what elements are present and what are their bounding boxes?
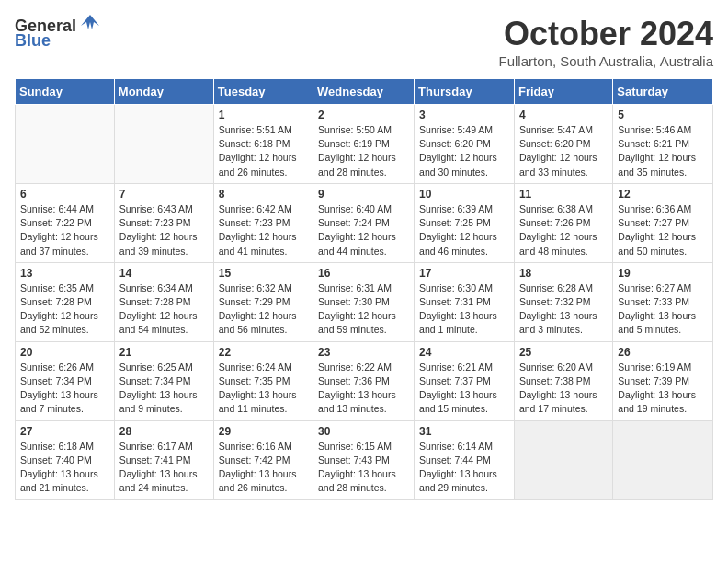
calendar-day-cell: 6Sunrise: 6:44 AMSunset: 7:22 PMDaylight… (16, 183, 115, 262)
calendar-day-cell: 26Sunrise: 6:19 AMSunset: 7:39 PMDayligh… (613, 341, 713, 420)
calendar-day-header: Thursday (415, 79, 515, 105)
calendar-day-cell: 1Sunrise: 5:51 AMSunset: 6:18 PMDaylight… (213, 105, 313, 184)
day-number: 31 (419, 425, 509, 438)
day-info: Sunrise: 6:38 AMSunset: 7:26 PMDaylight:… (519, 202, 608, 259)
svg-marker-0 (81, 15, 99, 29)
calendar-day-cell: 5Sunrise: 5:46 AMSunset: 6:21 PMDaylight… (613, 105, 713, 184)
day-number: 29 (219, 425, 308, 438)
day-info: Sunrise: 6:31 AMSunset: 7:30 PMDaylight:… (318, 282, 409, 338)
day-number: 1 (219, 109, 308, 121)
day-number: 13 (20, 267, 109, 280)
month-title: October 2024 (499, 15, 713, 53)
calendar-week-row: 27Sunrise: 6:18 AMSunset: 7:40 PMDayligh… (16, 420, 713, 500)
day-number: 4 (519, 109, 608, 121)
calendar-day-cell: 9Sunrise: 6:40 AMSunset: 7:24 PMDaylight… (313, 183, 415, 262)
calendar-day-cell (16, 105, 115, 184)
calendar-day-cell: 25Sunrise: 6:20 AMSunset: 7:38 PMDayligh… (514, 341, 612, 420)
day-info: Sunrise: 6:43 AMSunset: 7:23 PMDaylight:… (119, 202, 209, 259)
day-info: Sunrise: 6:15 AMSunset: 7:43 PMDaylight:… (318, 440, 409, 496)
day-number: 26 (618, 346, 708, 359)
day-number: 9 (318, 188, 409, 201)
calendar-day-cell: 7Sunrise: 6:43 AMSunset: 7:23 PMDaylight… (114, 183, 213, 262)
title-section: October 2024 Fullarton, South Australia,… (499, 15, 713, 69)
day-number: 20 (20, 346, 109, 359)
calendar-day-cell: 28Sunrise: 6:17 AMSunset: 7:41 PMDayligh… (114, 420, 213, 500)
calendar-week-row: 6Sunrise: 6:44 AMSunset: 7:22 PMDaylight… (16, 183, 713, 262)
day-number: 21 (119, 346, 209, 359)
calendar-day-header: Monday (114, 79, 213, 105)
calendar-day-cell: 11Sunrise: 6:38 AMSunset: 7:26 PMDayligh… (514, 183, 612, 262)
calendar-week-row: 1Sunrise: 5:51 AMSunset: 6:18 PMDaylight… (16, 105, 713, 184)
calendar-day-header: Sunday (16, 79, 115, 105)
logo-blue-text: Blue (15, 31, 51, 51)
day-info: Sunrise: 6:22 AMSunset: 7:36 PMDaylight:… (318, 361, 409, 417)
calendar-day-cell (114, 105, 213, 184)
day-info: Sunrise: 5:46 AMSunset: 6:21 PMDaylight:… (618, 123, 708, 179)
day-info: Sunrise: 6:39 AMSunset: 7:25 PMDaylight:… (419, 202, 509, 259)
calendar-day-cell: 14Sunrise: 6:34 AMSunset: 7:28 PMDayligh… (114, 262, 213, 341)
calendar-day-cell: 29Sunrise: 6:16 AMSunset: 7:42 PMDayligh… (213, 420, 313, 500)
logo: General Blue (15, 15, 103, 51)
day-info: Sunrise: 6:42 AMSunset: 7:23 PMDaylight:… (219, 202, 308, 259)
calendar-day-cell: 4Sunrise: 5:47 AMSunset: 6:20 PMDaylight… (514, 105, 612, 184)
day-info: Sunrise: 5:50 AMSunset: 6:19 PMDaylight:… (318, 123, 409, 179)
calendar-day-cell (613, 420, 713, 500)
calendar-day-cell: 8Sunrise: 6:42 AMSunset: 7:23 PMDaylight… (213, 183, 313, 262)
day-info: Sunrise: 6:35 AMSunset: 7:28 PMDaylight:… (20, 282, 109, 338)
day-number: 22 (219, 346, 308, 359)
day-info: Sunrise: 6:19 AMSunset: 7:39 PMDaylight:… (618, 361, 708, 417)
day-number: 3 (419, 109, 509, 121)
calendar-day-cell: 10Sunrise: 6:39 AMSunset: 7:25 PMDayligh… (415, 183, 515, 262)
day-info: Sunrise: 6:21 AMSunset: 7:37 PMDaylight:… (419, 361, 509, 417)
location-subtitle: Fullarton, South Australia, Australia (499, 53, 713, 69)
calendar-day-cell: 16Sunrise: 6:31 AMSunset: 7:30 PMDayligh… (313, 262, 415, 341)
day-number: 16 (318, 267, 409, 280)
calendar-day-header: Wednesday (313, 79, 415, 105)
day-info: Sunrise: 6:20 AMSunset: 7:38 PMDaylight:… (519, 361, 608, 417)
day-info: Sunrise: 6:14 AMSunset: 7:44 PMDaylight:… (419, 440, 509, 496)
calendar-day-cell: 2Sunrise: 5:50 AMSunset: 6:19 PMDaylight… (313, 105, 415, 184)
calendar-header-row: SundayMondayTuesdayWednesdayThursdayFrid… (16, 79, 713, 105)
calendar-day-header: Tuesday (213, 79, 313, 105)
day-number: 14 (119, 267, 209, 280)
day-info: Sunrise: 6:26 AMSunset: 7:34 PMDaylight:… (20, 361, 109, 417)
day-number: 10 (419, 188, 509, 201)
day-info: Sunrise: 6:25 AMSunset: 7:34 PMDaylight:… (119, 361, 209, 417)
day-info: Sunrise: 6:18 AMSunset: 7:40 PMDaylight:… (20, 440, 109, 496)
day-number: 15 (219, 267, 308, 280)
calendar-day-cell (514, 420, 612, 500)
calendar-day-cell: 15Sunrise: 6:32 AMSunset: 7:29 PMDayligh… (213, 262, 313, 341)
calendar-day-cell: 27Sunrise: 6:18 AMSunset: 7:40 PMDayligh… (16, 420, 115, 500)
day-number: 23 (318, 346, 409, 359)
day-number: 30 (318, 425, 409, 438)
day-number: 25 (519, 346, 608, 359)
calendar-day-cell: 20Sunrise: 6:26 AMSunset: 7:34 PMDayligh… (16, 341, 115, 420)
day-info: Sunrise: 6:40 AMSunset: 7:24 PMDaylight:… (318, 202, 409, 259)
day-number: 27 (20, 425, 109, 438)
day-number: 7 (119, 188, 209, 201)
calendar-day-cell: 3Sunrise: 5:49 AMSunset: 6:20 PMDaylight… (415, 105, 515, 184)
day-number: 11 (519, 188, 608, 201)
day-info: Sunrise: 6:28 AMSunset: 7:32 PMDaylight:… (519, 282, 608, 338)
calendar-week-row: 20Sunrise: 6:26 AMSunset: 7:34 PMDayligh… (16, 341, 713, 420)
day-info: Sunrise: 6:36 AMSunset: 7:27 PMDaylight:… (618, 202, 708, 259)
day-number: 28 (119, 425, 209, 438)
day-number: 19 (618, 267, 708, 280)
calendar-day-cell: 17Sunrise: 6:30 AMSunset: 7:31 PMDayligh… (415, 262, 515, 341)
day-number: 5 (618, 109, 708, 121)
day-info: Sunrise: 6:44 AMSunset: 7:22 PMDaylight:… (20, 202, 109, 259)
day-info: Sunrise: 6:30 AMSunset: 7:31 PMDaylight:… (419, 282, 509, 338)
day-number: 2 (318, 109, 409, 121)
page-header: General Blue October 2024 Fullarton, Sou… (15, 15, 713, 69)
calendar-day-cell: 30Sunrise: 6:15 AMSunset: 7:43 PMDayligh… (313, 420, 415, 500)
calendar-day-cell: 13Sunrise: 6:35 AMSunset: 7:28 PMDayligh… (16, 262, 115, 341)
calendar-day-header: Saturday (613, 79, 713, 105)
day-number: 17 (419, 267, 509, 280)
day-info: Sunrise: 6:24 AMSunset: 7:35 PMDaylight:… (219, 361, 308, 417)
calendar-table: SundayMondayTuesdayWednesdayThursdayFrid… (15, 78, 713, 500)
day-number: 6 (20, 188, 109, 201)
day-info: Sunrise: 6:17 AMSunset: 7:41 PMDaylight:… (119, 440, 209, 496)
calendar-day-cell: 24Sunrise: 6:21 AMSunset: 7:37 PMDayligh… (415, 341, 515, 420)
calendar-day-cell: 23Sunrise: 6:22 AMSunset: 7:36 PMDayligh… (313, 341, 415, 420)
day-info: Sunrise: 5:51 AMSunset: 6:18 PMDaylight:… (219, 123, 308, 179)
